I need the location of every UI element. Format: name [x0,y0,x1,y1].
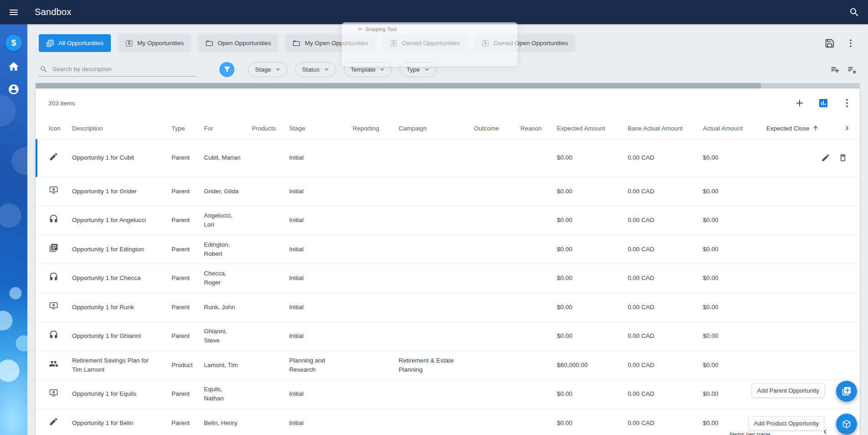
pencil-icon [821,153,830,162]
view-tab-icon [292,39,301,47]
cell-stage: Initial [289,274,353,283]
filter-dropdown-label: Stage [255,66,271,73]
table-row[interactable]: Opportunity 1 for Grider Parent Grider, … [36,177,860,207]
cell-description: Opportunity 1 for Angelucci [72,216,172,225]
search-input[interactable] [52,66,196,72]
more-vert-icon [842,98,852,109]
cell-type: Parent [172,303,204,312]
col-expected-amount[interactable]: Expected Amount [557,125,628,132]
row-type-icon [49,214,58,224]
view-tab-open-opportunities[interactable]: Open Opportunities [198,34,278,52]
sidebar-item-profile[interactable] [4,79,24,99]
cell-type: Parent [172,216,204,225]
col-type[interactable]: Type [172,125,204,132]
cell-base-actual-amount: 0.00 CAD [628,245,703,254]
filter-button[interactable] [219,62,234,77]
cell-actual-amount: $0.00 [703,331,766,341]
global-search-button[interactable] [849,7,860,18]
add-product-icon [842,419,852,429]
sidebar-item-opportunities[interactable]: $ [4,33,24,53]
cell-stage: Initial [289,216,353,225]
cell-for: Ghianni, Steve [204,327,252,346]
cell-expected-amount: $0.00 [557,303,628,312]
search-icon [40,65,48,73]
cell-for: Grider, Gilda [204,187,252,196]
chart-view-button[interactable] [818,98,829,109]
row-type-icon [49,359,58,368]
sidebar-item-home[interactable] [4,57,24,77]
playlist-add-icon [830,65,840,74]
cell-for: Edington, Robert [204,240,252,259]
scrollbar-thumb[interactable] [36,83,761,88]
filter-dropdown-status[interactable]: Status [295,62,336,77]
cell-stage: Initial [289,419,353,428]
col-expected-close[interactable]: Expected Close [766,124,821,132]
col-stage[interactable]: Stage [289,125,353,132]
view-tab-my-opportunities[interactable]: $ My Opportunities [118,34,191,52]
col-actual-amount[interactable]: Actual Amount [703,125,766,132]
snipping-tool-label: ✂ Snipping Tool [358,26,518,32]
chevron-down-icon [423,66,431,73]
cell-base-actual-amount: 0.00 CAD [628,361,703,370]
edit-row-button[interactable] [821,153,830,162]
row-icon-cell [49,330,72,342]
table-row[interactable]: Opportunity 1 for Angelucci Parent Angel… [36,206,860,235]
fab-tooltip-add-parent: Add Parent Opportunity [752,383,825,398]
col-base-actual-amount[interactable]: Base Actual Amount [628,125,703,132]
table-row[interactable]: Opportunity 1 for Equils Parent Equils, … [36,380,860,409]
filter-dropdown-label: Status [302,66,319,73]
cell-actual-amount: $0.00 [703,216,766,225]
playlist-remove-button[interactable] [847,65,857,74]
scroll-columns-right-button[interactable] [842,124,860,133]
table-row[interactable]: Opportunity 1 for Cubit Parent Cubit, Ma… [36,139,860,177]
col-products[interactable]: Products [252,125,289,132]
cell-description: Opportunity 1 for Edington [72,245,172,254]
save-view-button[interactable] [825,38,835,48]
row-icon-cell [49,359,72,371]
row-actions-cell [821,269,860,288]
table-row[interactable]: Retirement Savings Plan for Tim Lamont P… [36,351,860,380]
row-icon-cell [49,152,72,164]
table-row[interactable]: Opportunity 1 for Checca Parent Checca, … [36,264,860,293]
table-row[interactable]: Opportunity 1 for Edington Parent Edingt… [36,235,860,264]
snipping-tool-ghost: ✂ Snipping Tool [342,22,518,67]
row-type-icon [49,185,58,195]
cell-base-actual-amount: 0.00 CAD [628,187,703,196]
add-button[interactable] [794,98,805,109]
filter-dropdown-stage[interactable]: Stage [248,62,287,77]
horizontal-scrollbar[interactable] [36,83,860,88]
table-toolbar-actions [794,98,852,109]
cell-description: Opportunity 1 for Grider [72,187,172,196]
table-row[interactable]: Opportunity 1 for Ghianni Parent Ghianni… [36,322,860,351]
delete-row-button[interactable] [838,153,847,162]
row-type-icon [49,152,58,161]
col-reason[interactable]: Reason [520,125,557,132]
col-campaign[interactable]: Campaign [399,125,474,132]
add-product-opportunity-fab[interactable] [836,414,857,435]
views-more-button[interactable] [846,38,856,48]
col-reporting[interactable]: Reporting [353,125,399,132]
topbar: Sandbox [0,0,868,24]
col-icon[interactable]: Icon [49,125,72,132]
cell-actual-amount: $0.00 [703,245,766,254]
cell-expected-amount: $0.00 [557,245,628,254]
table-toolbar: 203 items [36,88,860,118]
cell-for: Angelucci, Lori [204,211,252,230]
cell-type: Parent [172,153,204,162]
cell-stage: Initial [289,153,353,162]
cell-description: Opportunity 1 for Equils [72,389,172,399]
row-actions-cell [821,298,860,317]
col-outcome[interactable]: Outcome [474,125,520,132]
cell-actual-amount: $0.00 [703,361,766,370]
playlist-add-button[interactable] [830,65,840,74]
view-tab-all-opportunities[interactable]: All Opportunities [39,34,111,52]
cell-expected-amount: $0.00 [557,153,628,162]
filter-icon [223,65,231,73]
table-more-button[interactable] [842,98,852,109]
menu-button[interactable] [8,7,19,18]
table-row[interactable]: Opportunity 1 for Runk Parent Runk, John… [36,293,860,322]
col-description[interactable]: Description [72,125,172,132]
cell-expected-amount: $0.00 [557,389,628,399]
col-for[interactable]: For [204,125,252,132]
add-parent-opportunity-fab[interactable] [836,381,857,402]
